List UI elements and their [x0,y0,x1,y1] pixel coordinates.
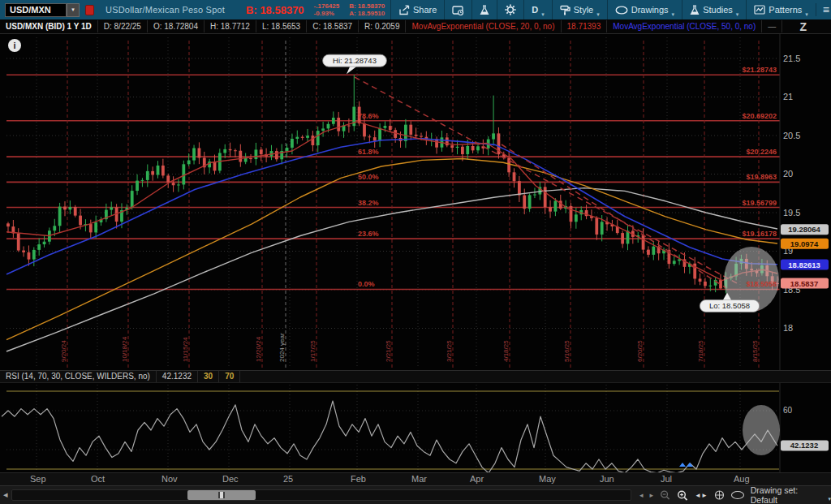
patterns-button[interactable]: Patterns ▾ [746,0,815,19]
candle-body [63,207,67,210]
candle-body [213,162,217,170]
share-icon [398,5,410,15]
chart-scrollbar[interactable] [11,489,631,501]
fib-percent-label: 38.2% [358,199,379,207]
price-axis-bubble: 42.1232 [781,440,829,450]
ohlc-fields: D: 8/22/25O: 18.72804H: 18.7712L: 18.565… [98,20,407,32]
study-label-ema20[interactable]: MovAvgExponential (CLOSE, 20, 0, no) [406,20,561,32]
oval-tool-icon[interactable] [731,491,744,499]
event-line-label: 5/16/25 [563,340,571,362]
snapshot-button[interactable] [444,0,471,19]
candle-body [17,233,20,250]
chart-header-row: USD/MXN (BID) 1 Y 1D D: 8/22/25O: 18.728… [0,19,831,34]
info-icon[interactable]: i [8,39,21,52]
candle-body [32,250,36,260]
candle-body [363,123,366,136]
share-button[interactable]: Share [390,0,444,19]
event-line-label: 6/20/25 [636,340,644,362]
candle-body [28,252,31,260]
globe-icon[interactable] [714,489,725,501]
candle-body [471,146,475,150]
candle-body [528,195,532,209]
rsi-value: 42.1232 [157,371,198,382]
candle-body [699,278,702,281]
hi-callout[interactable]: Hi: 21.28743 [323,54,387,74]
chevron-down-icon: ▾ [736,11,739,19]
patterns-label: Patterns [769,5,802,15]
candle-body [420,136,423,137]
candle-body [652,247,655,255]
price-chart[interactable]: 21.52120.52019.51918.5189/20/2410/18/241… [0,34,831,472]
ellipse-icon [615,6,628,15]
price-axis-label: 20 [783,169,793,179]
candle-body [234,150,237,151]
fib-percent-label: 23.6% [358,230,379,238]
menu-icon[interactable]: ≡ [816,3,831,16]
change-stack: -.176425 -0.93% [314,2,340,17]
candle-body [89,224,93,232]
timeframe-button[interactable]: D ▾ [523,0,551,19]
candle-body [53,226,56,230]
fib-price-label: $18.5058 [746,280,777,288]
style-button[interactable]: Style ▾ [552,0,607,19]
time-axis-label: Feb [351,474,366,484]
quick-study-button[interactable] [471,0,497,19]
study-label-ema50[interactable]: MovAvgExponential (CLOSE, 50, 0, no) [607,20,762,32]
candle-body [476,146,480,150]
event-line-label: 3/21/25 [446,340,453,362]
pan-right-icon[interactable]: ▸ [650,491,654,499]
time-axis-label: Apr [470,474,484,484]
chevron-down-icon: ▾ [596,11,600,19]
candle-body [136,181,139,191]
candle-body [507,158,510,173]
ohlc-field: H: 18.7712 [205,20,256,32]
price-change-percent: -0.93% [314,10,340,17]
trendline-drawing[interactable] [355,77,738,284]
candle-body [260,149,263,154]
link-color-icon[interactable] [85,5,94,15]
drawing-set-selector[interactable]: Drawing set: Default [751,485,822,504]
drawings-button[interactable]: Drawings ▾ [607,0,682,19]
zoom-out-icon[interactable] [660,489,670,501]
rsi-study-label[interactable]: RSI (14, 70, 30, CLOSE, WILDERS, no) [0,371,157,382]
candle-body [544,187,547,207]
candle-body [409,125,412,135]
candle-body [719,280,722,289]
zoom-in-icon[interactable] [677,489,688,502]
settings-button[interactable] [497,0,523,19]
candle-body [601,222,604,235]
candle-body [141,180,144,181]
gear-icon [505,4,516,15]
studies-label: Studies [703,5,733,15]
bid-price: B: 18.58370 [246,4,304,16]
candle-body [327,124,330,129]
candle-body [513,172,516,181]
fib-price-label: $19.16178 [742,230,777,238]
price-axis-label: 19.5 [783,208,800,218]
studies-button[interactable]: Studies ▾ [682,0,746,19]
candle-body [161,166,165,175]
price-axis-bubble: 18.5837 [781,278,829,289]
time-axis[interactable]: SepOctNovDec25FebMarAprMayJunJulAug [0,472,831,485]
candle-body [647,250,650,255]
candle-body [708,286,712,286]
pan-left-icon[interactable]: ◂ [639,491,644,499]
candle-body [43,242,46,244]
candle-body [295,137,299,139]
scrollbar-handle[interactable] [187,490,256,500]
snapshot-icon [452,5,464,15]
scroll-left-icon[interactable]: ◂ [3,489,8,500]
rsi-ellipse-drawing[interactable] [743,405,780,455]
fit-width-icon[interactable]: ◄► [695,492,708,499]
candle-body [321,128,325,131]
ask-small: A: 18.59510 [349,10,385,17]
candle-body [110,207,113,209]
fib-price-label: $20.69202 [742,112,777,120]
candle-body [301,137,304,138]
candle-body [466,146,469,154]
symbol-dropdown-button[interactable]: ▾ [67,3,80,17]
symbol-input[interactable]: USD/MXN [5,3,67,17]
z-order-icon[interactable]: Z [799,20,807,33]
candle-body [311,136,314,145]
rsi-overbought-level: 70 [219,371,240,382]
